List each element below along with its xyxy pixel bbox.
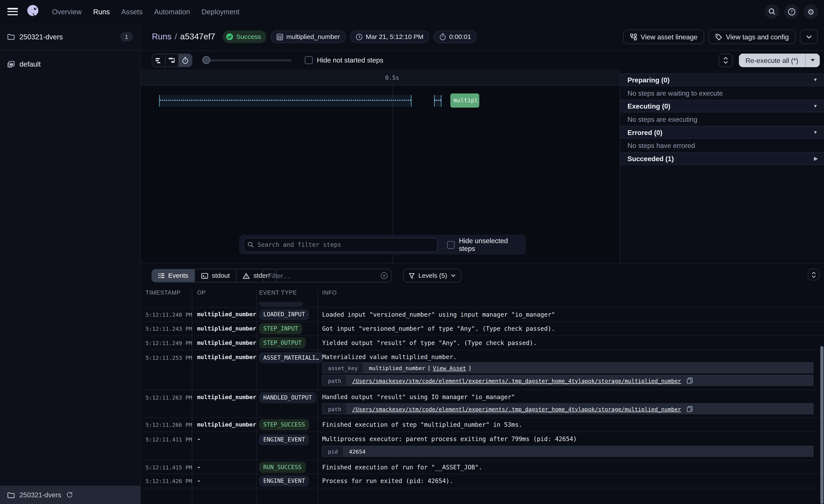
reexecute-button[interactable]: Re-execute all (*) (739, 54, 806, 67)
table-row[interactable]: 5:12:11.240 PM multiplied_number LOADED_… (141, 307, 824, 322)
section-errored[interactable]: Errored (0) ▼ (620, 126, 824, 139)
breadcrumb: Runs / a5347ef7 (152, 32, 215, 41)
dagster-run-page: Overview Runs Assets Automation Deployme… (0, 0, 824, 504)
nav-overview[interactable]: Overview (52, 8, 82, 15)
caret-down-icon: ▼ (813, 130, 818, 135)
event-info: Handled output "result" using IO manager… (322, 393, 515, 401)
view-asset-lineage-button[interactable]: View asset lineage (623, 29, 704, 44)
copy-icon[interactable] (687, 406, 693, 412)
tag-icon (715, 33, 722, 40)
caret-down-icon: ▼ (813, 77, 818, 83)
hide-unselected-checkbox-row[interactable]: Hide unselected steps (447, 237, 522, 253)
copy-icon[interactable] (687, 377, 693, 384)
event-info: Materialized value multiplied_number. (322, 354, 457, 361)
log-filter-input[interactable] (262, 269, 391, 282)
table-row[interactable]: 5:12:11.253 PM multiplied_number ASSET_M… (141, 350, 824, 390)
chevron-down-icon (451, 274, 455, 277)
table-row[interactable]: 5:12:11.415 PM - RUN_SUCCESS Finished ex… (141, 461, 824, 474)
settings-button[interactable]: ⚙ (803, 4, 818, 19)
waterfall-view-button[interactable] (166, 54, 179, 67)
event-type-pill: STEP_OUTPUT (259, 338, 306, 349)
step-search-input[interactable] (243, 238, 438, 252)
table-row[interactable]: 5:12:11.243 PM multiplied_number STEP_IN… (141, 322, 824, 336)
zoom-slider[interactable] (202, 59, 292, 61)
table-row[interactable]: 5:12:11.426 PM - ENGINE_EVENT Process fo… (141, 474, 824, 488)
help-button[interactable]: ? (784, 4, 799, 19)
search-icon (247, 241, 254, 247)
sidebar-group-item[interactable]: default (0, 57, 140, 72)
event-type-pill: ENGINE_EVENT (259, 434, 309, 445)
view-asset-link[interactable]: View Asset (433, 365, 466, 371)
section-executing[interactable]: Executing (0) ▼ (620, 100, 824, 112)
run-duration-pill: 0:00:01 (433, 30, 477, 43)
dagster-logo[interactable] (25, 4, 40, 19)
event-timestamp: 5:12:11.426 PM (145, 478, 192, 484)
sidebar-repo-item[interactable]: 250321-dvers 1 (0, 29, 140, 44)
main-panel: Runs / a5347ef7 Success multiplied_numbe… (141, 23, 824, 504)
tab-events[interactable]: Events (152, 269, 195, 282)
event-timestamp: 5:12:11.243 PM (145, 326, 192, 332)
nav-runs[interactable]: Runs (93, 8, 110, 15)
clock-icon (356, 33, 363, 40)
nav-assets[interactable]: Assets (121, 8, 142, 15)
folder-icon (7, 492, 15, 498)
event-timestamp: 5:12:11.415 PM (145, 464, 192, 470)
nav-automation[interactable]: Automation (154, 8, 190, 15)
nav-deployment[interactable]: Deployment (202, 8, 239, 15)
unfold-icon (723, 57, 728, 64)
event-timestamp: 5:12:11.263 PM (145, 394, 192, 401)
reload-icon[interactable] (66, 491, 73, 498)
section-preparing-body: No steps are waiting to execute (620, 86, 824, 100)
gantt-step-bar[interactable]: multipli… (450, 94, 479, 108)
path-link[interactable]: /Users/smackesey/stm/code/elementl/exper… (352, 406, 681, 412)
event-info: Loaded input "versioned_number" using in… (322, 311, 555, 318)
check-circle-icon (226, 33, 233, 40)
event-type-pill: STEP_SUCCESS (259, 419, 309, 430)
flat-view-button[interactable] (152, 54, 166, 67)
table-row[interactable]: 5:12:11.411 PM - ENGINE_EVENT Multiproce… (141, 432, 824, 461)
run-id: a5347ef7 (180, 32, 215, 41)
table-row[interactable]: 5:12:11.263 PM multiplied_number HANDLED… (141, 390, 824, 418)
view-tags-config-button[interactable]: View tags and config (709, 29, 796, 44)
gantt-search-panel: Hide unselected steps (239, 235, 526, 255)
event-timestamp: 5:12:11.249 PM (145, 340, 192, 346)
run-datetime: Mar 21, 5:12:10 PM (366, 33, 423, 40)
run-actions-dropdown-button[interactable] (800, 29, 818, 44)
hide-unselected-checkbox[interactable] (447, 241, 455, 249)
event-op: multiplied_number (197, 394, 256, 401)
path-link[interactable]: /Users/smackesey/stm/code/elementl/exper… (352, 377, 681, 384)
event-log-panel: Events stdout stderr (141, 264, 824, 504)
table-row[interactable]: 5:12:11.266 PM multiplied_number STEP_SU… (141, 418, 824, 432)
reexecute-dropdown-button[interactable] (806, 54, 820, 67)
event-type-pill: STEP_INPUT (259, 323, 302, 334)
search-button[interactable] (765, 4, 780, 19)
levels-filter-button[interactable]: Levels (5) (403, 269, 461, 282)
section-preparing[interactable]: Preparing (0) ▼ (620, 74, 824, 86)
menu-icon[interactable] (7, 8, 18, 15)
asset-tag-pill[interactable]: multiplied_number (271, 30, 346, 43)
zoom-slider-handle[interactable] (202, 56, 210, 64)
event-info: Multiprocess executor: parent process ex… (322, 435, 577, 443)
hide-not-started-checkbox-row[interactable]: Hide not started steps (305, 56, 384, 64)
scrollbar-thumb[interactable] (820, 346, 824, 504)
metadata-key: path (323, 376, 347, 385)
tab-stdout[interactable]: stdout (195, 269, 237, 282)
gantt-time-axis: 0.5s (141, 70, 620, 86)
clear-filter-icon[interactable] (380, 272, 388, 279)
table-row[interactable]: 5:12:11.249 PM multiplied_number STEP_OU… (141, 336, 824, 350)
sidebar-footer[interactable]: 250321-dvers (0, 486, 140, 504)
terminal-icon (201, 273, 208, 279)
footer-repo-name: 250321-dvers (19, 491, 61, 499)
event-info: Got input "versioned_number" of type "An… (322, 325, 555, 332)
gantt-expand-button[interactable] (719, 54, 732, 67)
section-succeeded[interactable]: Succeeded (1) ▶ (620, 152, 824, 165)
event-op: - (197, 478, 200, 485)
timed-view-button[interactable] (179, 54, 192, 67)
section-errored-body: No steps have errored (620, 139, 824, 152)
hide-not-started-checkbox[interactable] (305, 56, 313, 64)
log-expand-button[interactable] (808, 269, 819, 280)
repo-name: 250321-dvers (19, 33, 115, 41)
breadcrumb-runs-link[interactable]: Runs (152, 32, 172, 41)
event-type-pill: RUN_SUCCESS (259, 462, 306, 473)
asset-group-icon (7, 60, 15, 68)
